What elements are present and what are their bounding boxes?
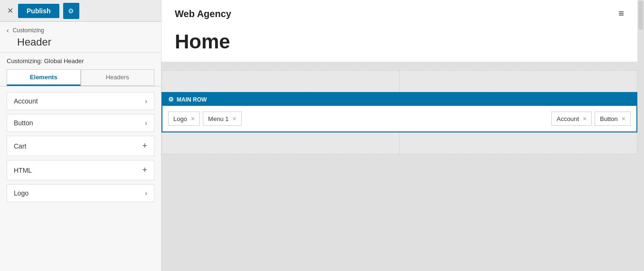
- close-icon[interactable]: ✕: [6, 7, 14, 15]
- element-account[interactable]: Account ›: [7, 92, 154, 110]
- scrollbar-track[interactable]: [637, 0, 644, 271]
- builder-section: ⚙ MAIN ROW Logo × Menu 1 × Account: [161, 70, 637, 154]
- scrollbar-thumb: [638, 1, 643, 29]
- main-row-header[interactable]: ⚙ MAIN ROW: [162, 93, 636, 106]
- back-button[interactable]: ‹ Customizing: [7, 27, 154, 34]
- global-header-title: Customizing: Global Header: [7, 57, 154, 65]
- element-cart-label: Cart: [14, 142, 26, 150]
- close-chip-logo[interactable]: ×: [191, 115, 195, 122]
- empty-cell: [162, 133, 400, 154]
- chip-menu1[interactable]: Menu 1 ×: [203, 112, 242, 126]
- settings-button[interactable]: ⚙: [63, 3, 79, 19]
- chip-account-label: Account: [557, 115, 579, 122]
- chip-menu1-label: Menu 1: [208, 115, 228, 122]
- element-button[interactable]: Button ›: [7, 114, 154, 132]
- top-bar: ✕ Publish ⚙: [0, 0, 161, 22]
- main-row-container: ⚙ MAIN ROW Logo × Menu 1 × Account: [161, 92, 637, 132]
- chip-button[interactable]: Button ×: [595, 112, 631, 126]
- home-title: Home: [175, 30, 230, 53]
- element-account-label: Account: [14, 97, 38, 105]
- element-html-label: HTML: [14, 167, 32, 174]
- right-panel: Web Agency ≡ Home ⚙ MAIN ROW Logo: [161, 0, 644, 271]
- element-html[interactable]: HTML +: [7, 160, 154, 180]
- main-row-label: MAIN ROW: [177, 96, 207, 103]
- tab-elements[interactable]: Elements: [7, 69, 81, 86]
- main-row-gear-icon: ⚙: [168, 96, 174, 103]
- chip-logo[interactable]: Logo ×: [168, 112, 200, 126]
- elements-list: Account › Button › Cart + HTML + Logo ›: [0, 86, 161, 271]
- close-chip-menu1[interactable]: ×: [232, 115, 236, 122]
- empty-cell: [162, 71, 400, 92]
- arrow-icon: ›: [145, 97, 147, 105]
- element-button-label: Button: [14, 119, 33, 127]
- header-nav: ‹ Customizing Header: [0, 22, 161, 53]
- global-header-bar: Customizing: Global Header Elements Head…: [0, 53, 161, 86]
- empty-cell: [400, 71, 637, 92]
- preview-container: Web Agency ≡ Home ⚙ MAIN ROW Logo: [161, 0, 637, 271]
- hamburger-icon[interactable]: ≡: [618, 9, 624, 18]
- arrow-icon: ›: [145, 119, 147, 127]
- back-icon: ‹: [7, 27, 9, 34]
- close-chip-button[interactable]: ×: [622, 115, 625, 122]
- element-logo-label: Logo: [14, 189, 28, 197]
- site-header-preview: Web Agency ≡ Home: [161, 0, 637, 62]
- arrow-icon: ›: [145, 189, 147, 197]
- chip-account[interactable]: Account ×: [551, 112, 592, 126]
- header-title: Header: [17, 36, 154, 52]
- site-logo-text: Web Agency: [175, 9, 231, 19]
- empty-cell: [400, 133, 637, 154]
- main-row-content: Logo × Menu 1 × Account × Button ×: [162, 106, 636, 131]
- plus-icon: +: [142, 141, 147, 151]
- chip-button-label: Button: [600, 115, 618, 122]
- empty-row-top: [161, 70, 637, 92]
- plus-icon: +: [142, 165, 147, 175]
- element-cart[interactable]: Cart +: [7, 136, 154, 156]
- customizing-label: Customizing: [13, 27, 44, 34]
- tabs-row: Elements Headers: [7, 69, 154, 86]
- empty-row-bottom: [161, 132, 637, 154]
- left-panel: ✕ Publish ⚙ ‹ Customizing Header Customi…: [0, 0, 161, 271]
- gray-separator: [161, 62, 637, 70]
- tab-headers[interactable]: Headers: [81, 69, 155, 86]
- element-logo[interactable]: Logo ›: [7, 184, 154, 202]
- publish-button[interactable]: Publish: [18, 4, 59, 18]
- close-chip-account[interactable]: ×: [583, 115, 587, 122]
- chip-logo-label: Logo: [173, 115, 187, 122]
